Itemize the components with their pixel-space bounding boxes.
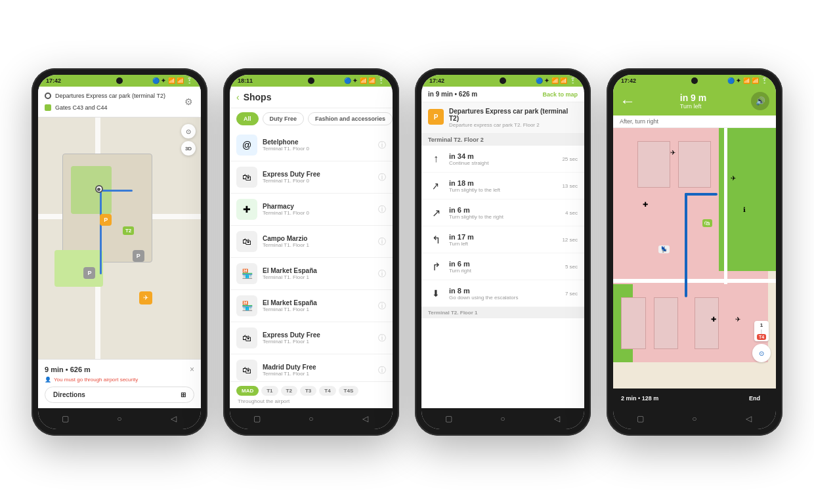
camera-notch-2	[308, 77, 314, 84]
poi-plane2: ✈	[735, 316, 740, 323]
3d-btn[interactable]: 3D	[181, 141, 196, 156]
list-item[interactable]: 🛍 Express Duty Free Terminal T1. Floor 1…	[230, 322, 393, 354]
list-item[interactable]: 🏪 El Market España Terminal T1. Floor 1 …	[230, 258, 393, 290]
info-btn[interactable]: ⓘ	[378, 333, 386, 344]
step-item: ↱ in 6 m Turn right 5 sec	[421, 253, 584, 280]
poi-seat: 💺	[658, 245, 670, 253]
status-icons-3: 🔵 ✦ 📶 📶 🔋	[536, 77, 576, 84]
list-item[interactable]: 🛍 Campo Marzio Terminal T1. Floor 1 ⓘ	[230, 226, 393, 258]
nav-circle[interactable]: ○	[113, 412, 126, 425]
phone-4: 17:42 🔵 ✦ 📶 📶 🔋 ← in 9 m Turn left 🔊 Aft…	[607, 68, 782, 436]
parking-badge-p3: P	[133, 250, 144, 262]
map3d[interactable]: ✚ ✈ ℹ ✚ ✈ ✈ 🛍 💺 1 | T4 ⊙	[613, 128, 776, 388]
search-bar-1[interactable]: Departures Express car park (terminal T2…	[38, 87, 201, 117]
destination-sub: Departure express car park T2. Floor 2	[449, 122, 578, 128]
step-arrow-4: ↰	[428, 232, 444, 247]
poi-plane1: ✈	[731, 175, 736, 182]
nav-square-2[interactable]: ▢	[250, 412, 263, 425]
parking-badge-p1: P	[100, 214, 112, 226]
shop-icon-campo: 🛍	[236, 231, 257, 252]
destination-text: Gates C43 and C44	[55, 104, 194, 111]
poi-cross2: ✚	[711, 316, 716, 323]
turn-arrow-icon: ←	[620, 92, 635, 110]
back-button[interactable]: ‹	[236, 92, 240, 102]
poi-plane3: ✈	[670, 149, 675, 156]
info-btn[interactable]: ⓘ	[378, 140, 386, 151]
sound-button[interactable]: 🔊	[751, 92, 769, 110]
list-item[interactable]: ✚ Pharmacy Terminal T1. Floor 0 ⓘ	[230, 194, 393, 226]
nav-square-3[interactable]: ▢	[442, 412, 455, 425]
terminal-t1[interactable]: T1	[261, 386, 278, 396]
info-btn[interactable]: ⓘ	[378, 301, 386, 312]
list-item[interactable]: 🏪 El Market España Terminal T1. Floor 1 …	[230, 290, 393, 322]
trip-time: 9 min • 626 m	[45, 366, 91, 373]
end-navigation-button[interactable]: End	[741, 392, 768, 404]
nav-square[interactable]: ▢	[58, 412, 72, 425]
status-icons-2: 🔵 ✦ 📶 📶 🔋	[344, 77, 385, 84]
list-item[interactable]: 🛍 Express Duty Free Terminal T1. Floor 0…	[230, 161, 393, 194]
terminal-mad[interactable]: MAD	[236, 386, 259, 396]
shop-icon-express2: 🛍	[236, 327, 257, 348]
bottom-panel-1: 9 min • 626 m × 👤 You must go through ai…	[38, 359, 201, 408]
warning-icon: 👤	[45, 377, 51, 383]
directions-button[interactable]: Directions ⊞	[45, 387, 194, 403]
info-btn[interactable]: ⓘ	[378, 365, 386, 376]
step-list: ↑ in 34 m Continue straight 25 sec ↖ in …	[421, 146, 584, 408]
settings-icon[interactable]: ⚙	[182, 96, 194, 108]
filter-icon: ⊞	[181, 391, 186, 398]
back-to-map-btn[interactable]: Back to map	[542, 91, 578, 98]
step-item: ⬇ in 8 m Go down using the escalators 7 …	[421, 280, 584, 307]
nav-square-4[interactable]: ▢	[633, 412, 647, 425]
terminal-label: Throughout the airport	[238, 398, 289, 404]
nav-back-4[interactable]: ◁	[742, 412, 756, 425]
nav-circle-4[interactable]: ○	[688, 412, 701, 425]
floor-separator-2: Terminal T2. Floor 1	[421, 307, 584, 318]
shop-icon-elmarket1: 🏪	[236, 263, 257, 284]
nav-back[interactable]: ◁	[167, 412, 181, 425]
shop-icon-betelphone: @	[236, 135, 257, 156]
poi-bag: 🛍	[702, 219, 712, 227]
map-area-1[interactable]: P P P T2 ✈ ⊙ 3D	[38, 117, 201, 359]
terminal-t4[interactable]: T4	[319, 386, 335, 396]
step-arrow-2: ↖	[429, 178, 442, 194]
nav-header: in 9 min • 626 m Back to map	[421, 87, 584, 102]
list-item[interactable]: @ Betelphone Terminal T1. Floor 0 ⓘ	[230, 129, 393, 161]
poi-cross: ✚	[643, 201, 648, 208]
map3d-controls: 1 | T4 ⊙	[752, 321, 771, 362]
filter-fashion[interactable]: Fashion and accessories	[308, 112, 393, 125]
terminal-t3[interactable]: T3	[300, 386, 316, 396]
nav-bottom-4: 2 min • 128 m End	[613, 388, 776, 408]
info-btn[interactable]: ⓘ	[378, 236, 386, 247]
shop-list: @ Betelphone Terminal T1. Floor 0 ⓘ 🛍 Ex…	[230, 129, 393, 381]
nav-back-3[interactable]: ◁	[551, 412, 564, 425]
nav-circle-2[interactable]: ○	[305, 412, 318, 425]
nav-circle-3[interactable]: ○	[496, 412, 509, 425]
destination-name: Departures Express car park (terminal T2…	[449, 108, 578, 122]
bottom-nav-1: ▢ ○ ◁	[38, 408, 201, 429]
camera-notch-1	[116, 77, 123, 84]
terminal-t4s[interactable]: T4S	[339, 386, 359, 396]
compass-btn[interactable]: ⊙	[181, 124, 196, 138]
compass-button[interactable]: ⊙	[752, 344, 771, 362]
filter-duty-free[interactable]: Duty Free	[263, 112, 305, 125]
info-btn[interactable]: ⓘ	[378, 204, 386, 215]
info-btn[interactable]: ⓘ	[378, 172, 386, 183]
info-btn[interactable]: ⓘ	[378, 268, 386, 280]
filter-row: All Duty Free Fashion and accessories	[230, 108, 393, 129]
parking-badge-p2: P	[83, 267, 95, 279]
nav-eta-4: 2 min • 128 m	[621, 395, 658, 402]
destination-dot	[45, 104, 51, 111]
close-btn[interactable]: ×	[190, 365, 194, 374]
phones-container: 17:42 🔵 ✦ 📶 📶 🔋 Departures Express car p…	[18, 42, 796, 462]
filter-all[interactable]: All	[236, 112, 259, 125]
map-controls: ⊙ 3D	[181, 124, 196, 156]
list-item[interactable]: 🛍 Madrid Duty Free Terminal T1. Floor 1 …	[230, 354, 393, 381]
origin-dot	[45, 93, 51, 99]
nav-top-bar: ← in 9 m Turn left 🔊	[613, 87, 776, 116]
terminal-t2[interactable]: T2	[281, 386, 297, 396]
origin-marker	[95, 185, 103, 193]
step-item: ↑ in 34 m Continue straight 25 sec	[421, 146, 584, 173]
step-arrow-3: ↗	[428, 205, 444, 220]
bottom-nav-3: ▢ ○ ◁	[421, 408, 584, 429]
nav-back-2[interactable]: ◁	[359, 412, 372, 425]
